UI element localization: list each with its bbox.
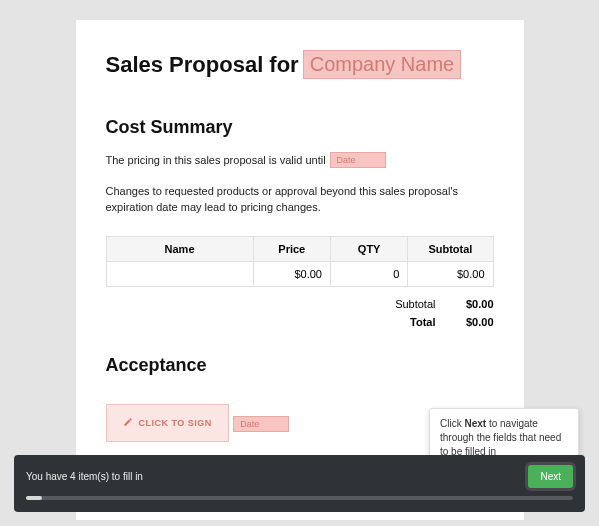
cell-subtotal: $0.00 xyxy=(408,261,493,286)
table-row: $0.00 0 $0.00 xyxy=(106,261,493,286)
col-price: Price xyxy=(253,236,330,261)
page-title: Sales Proposal for xyxy=(106,52,299,78)
subtotal-row: Subtotal $0.00 xyxy=(386,295,494,313)
acceptance-date-row: Date xyxy=(233,413,289,432)
acceptance-date-field[interactable]: Date xyxy=(233,416,289,432)
changes-note: Changes to requested products or approva… xyxy=(106,183,494,216)
items-to-fill-message: You have 4 item(s) to fill in xyxy=(26,471,143,482)
total-row: Total $0.00 xyxy=(386,313,494,331)
bottom-bar-row: You have 4 item(s) to fill in Next xyxy=(26,465,573,488)
subtotal-value: $0.00 xyxy=(454,298,494,310)
cell-qty: 0 xyxy=(330,261,407,286)
click-to-sign-button[interactable]: CLICK TO SIGN xyxy=(106,404,229,442)
subtotal-label: Subtotal xyxy=(386,298,436,310)
pricing-valid-text: The pricing in this sales proposal is va… xyxy=(106,152,326,169)
sign-label: CLICK TO SIGN xyxy=(139,418,212,428)
progress-fill xyxy=(26,496,42,500)
bottom-bar: You have 4 item(s) to fill in Next xyxy=(14,455,585,512)
cost-table: Name Price QTY Subtotal $0.00 0 $0.00 xyxy=(106,236,494,287)
total-label: Total xyxy=(386,316,436,328)
total-value: $0.00 xyxy=(454,316,494,328)
company-name-field[interactable]: Company Name xyxy=(303,50,462,79)
cost-summary-heading: Cost Summary xyxy=(106,117,494,138)
col-name: Name xyxy=(106,236,253,261)
table-header-row: Name Price QTY Subtotal xyxy=(106,236,493,261)
pen-icon xyxy=(123,417,133,429)
cell-name xyxy=(106,261,253,286)
next-button[interactable]: Next xyxy=(528,465,573,488)
progress-track xyxy=(26,496,573,500)
valid-until-date-field[interactable]: Date xyxy=(330,152,386,168)
tooltip-pre: Click xyxy=(440,418,464,429)
acceptance-heading: Acceptance xyxy=(106,355,494,376)
col-subtotal: Subtotal xyxy=(408,236,493,261)
tooltip-bold: Next xyxy=(464,418,486,429)
col-qty: QTY xyxy=(330,236,407,261)
totals-block: Subtotal $0.00 Total $0.00 xyxy=(106,295,494,331)
pricing-valid-row: The pricing in this sales proposal is va… xyxy=(106,152,494,169)
title-row: Sales Proposal for Company Name xyxy=(106,50,494,79)
cell-price: $0.00 xyxy=(253,261,330,286)
